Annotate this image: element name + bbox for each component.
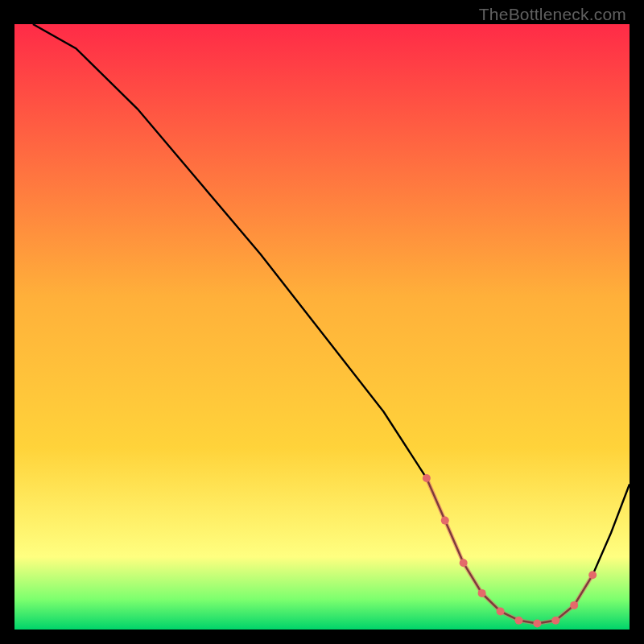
highlight-dot: [423, 474, 431, 482]
highlight-dot: [570, 601, 578, 609]
plot-area: [14, 24, 630, 630]
credit-text: TheBottleneck.com: [479, 5, 626, 24]
highlight-dot: [441, 517, 449, 525]
highlight-dot: [533, 620, 541, 628]
highlight-dot: [588, 571, 597, 579]
highlight-dot: [478, 589, 486, 597]
highlight-dot: [497, 607, 505, 615]
highlight-dot: [515, 617, 523, 625]
highlight-dot: [460, 559, 468, 567]
chart-svg: [14, 24, 630, 630]
chart-container: TheBottleneck.com: [0, 0, 644, 644]
gradient-background: [14, 24, 630, 630]
highlight-dot: [551, 617, 559, 625]
